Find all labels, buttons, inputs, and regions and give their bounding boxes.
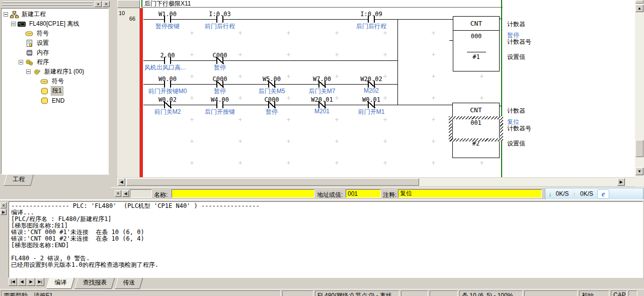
memory-icon — [25, 49, 34, 56]
contact-W5.00-cell[interactable] — [266, 77, 278, 92]
browser-e-icon[interactable]: e — [597, 189, 609, 199]
vscroll-thumb[interactable] — [635, 140, 643, 157]
project-tree: 新建工程FL480[CP1E] 离线符号设置内存程序新建程序1 (00)符号段1… — [1, 8, 109, 174]
scroll-up-button[interactable]: ▲ — [635, 5, 643, 12]
tree-panel-menu-button[interactable]: ▾ — [95, 1, 102, 7]
ladder-vscrollbar[interactable]: ▲ ▼ — [635, 0, 644, 187]
tab-project[interactable]: 工程 — [4, 175, 33, 186]
comment-input[interactable] — [398, 189, 542, 198]
contact-C000-cell[interactable] — [266, 97, 278, 112]
grid-mark — [480, 96, 484, 100]
grid-mark — [190, 96, 194, 100]
arrow-right-icon: ▶ — [29, 280, 32, 284]
contact-2.00-cell[interactable] — [162, 53, 174, 68]
tree-item-8[interactable]: 段1 — [2, 86, 108, 96]
output-tab-label: 传送 — [123, 278, 135, 287]
operand-bar-back-button[interactable]: ◀ — [122, 190, 129, 197]
operand-annotation: 计数器号 — [507, 124, 531, 133]
tree-expand-toggle[interactable] — [26, 69, 31, 74]
cnt-block-000[interactable]: CNT000#1 — [453, 16, 500, 71]
address-label: 地址或值: — [317, 191, 343, 199]
close-icon: ✕ — [116, 191, 120, 196]
tree-item-0[interactable]: 新建工程 — [2, 10, 108, 19]
address-input[interactable] — [346, 189, 381, 198]
comment-label: 注释: — [383, 191, 396, 199]
contact-W1.00-cell[interactable] — [162, 12, 174, 27]
output-close-button[interactable]: ✕ — [1, 202, 7, 208]
contact-W20.01-cell[interactable] — [316, 97, 328, 112]
grid-mark — [190, 53, 194, 56]
stub-wire — [449, 40, 453, 41]
tree-item-7[interactable]: 符号 — [2, 77, 108, 86]
tab-prev-button[interactable]: ◀ — [18, 278, 26, 286]
grid-mark — [383, 118, 387, 121]
operand-annotation: 计数器号 — [507, 38, 531, 46]
tree-item-9[interactable]: END — [2, 96, 108, 105]
tree-expand-toggle[interactable] — [19, 60, 23, 64]
scroll-right-button[interactable]: ▶ — [617, 178, 625, 186]
chevron-down-icon: ▾ — [97, 2, 99, 7]
output-tab-0[interactable]: 编译 — [46, 278, 74, 289]
tab-first-button[interactable]: |◀ — [9, 278, 17, 286]
name-input[interactable] — [172, 189, 314, 198]
tree-expand-toggle[interactable] — [11, 22, 16, 26]
cnt-divider — [467, 52, 486, 52]
contact-W0.02-cell[interactable] — [162, 97, 174, 112]
vscroll-split-box[interactable] — [635, 0, 643, 4]
contact-C000-cell[interactable] — [214, 77, 226, 92]
output-tab-1[interactable]: 查找报表 — [74, 278, 115, 289]
grid-mark — [238, 31, 242, 35]
arrow-left-icon: ◀ — [120, 180, 123, 184]
status-cell-empty — [430, 290, 458, 296]
cnt-set-value: #1 — [453, 53, 499, 60]
contact-C000-cell[interactable] — [214, 53, 226, 68]
tab-last-button[interactable]: ▶| — [36, 278, 44, 286]
tree-item-1[interactable]: FL480[CP1E] 离线 — [2, 19, 108, 29]
output-expand-button[interactable]: ▶ — [1, 209, 7, 215]
grid-mark — [432, 31, 435, 35]
tree-item-5[interactable]: 程序 — [2, 57, 108, 67]
tree-item-label: 新建程序1 (00) — [43, 67, 85, 76]
ladder-hscrollbar[interactable]: ◀ ▶ — [117, 178, 635, 186]
tree-panel-gripper[interactable]: ▾ ✕ — [1, 1, 110, 8]
hscroll-thumb[interactable] — [126, 178, 419, 186]
scroll-left-button[interactable]: ◀ — [118, 178, 125, 186]
contact-I:0.03-cell[interactable] — [214, 12, 226, 27]
scroll-down-button[interactable]: ▼ — [635, 168, 643, 175]
tree-item-6[interactable]: 新建程序1 (00) — [2, 67, 108, 77]
contact-I:0.09-cell[interactable] — [365, 12, 377, 27]
operand-bar-close-button[interactable]: ✕ — [115, 190, 121, 197]
stub-wire — [500, 19, 502, 19]
grid-mark — [287, 161, 290, 165]
grid-mark — [287, 139, 290, 143]
cnt-title: CNT — [453, 17, 499, 31]
output-tab-bar: |◀ ◀ ▶ ▶| 编译查找报表传送 — [9, 278, 643, 289]
tree-item-label: 设置 — [36, 39, 50, 47]
contact-W4.00-cell[interactable] — [214, 97, 226, 112]
arrow-right-icon: ▶ — [2, 210, 5, 214]
contact-W0.01-cell[interactable] — [365, 97, 377, 112]
project-network-icon — [10, 11, 19, 18]
cnt-counter-number: 000 — [453, 33, 499, 40]
operand-annotation: 设置值 — [507, 139, 525, 148]
tree-item-3[interactable]: 设置 — [2, 38, 108, 48]
tree-item-4[interactable]: 内存 — [2, 48, 108, 57]
grid-mark — [335, 53, 339, 56]
tab-next-button[interactable]: ▶ — [27, 278, 35, 286]
contact-W0.00-cell[interactable] — [162, 77, 174, 92]
download-arrow-icon: ↓ — [548, 190, 552, 198]
tree-panel-close-button[interactable]: ✕ — [103, 1, 110, 7]
output-tab-2[interactable]: 传送 — [115, 278, 143, 289]
grid-mark — [190, 75, 194, 78]
gripper-line — [2, 2, 93, 3]
rung-wire — [143, 60, 398, 61]
output-panel: ✕ ▶ ---------------- PLC: 'FL480' (PLC机型… — [0, 199, 644, 289]
tree-item-label: 符号 — [36, 29, 50, 38]
status-caps: CAP — [611, 290, 627, 296]
tree-item-2[interactable]: 符号 — [2, 29, 108, 38]
status-help: 需要帮助，请按F1 — [1, 290, 281, 296]
tree-tab-bar: 工程 — [1, 174, 110, 184]
contact-W20.02-cell[interactable] — [365, 77, 377, 92]
contact-W7.00-cell[interactable] — [316, 77, 328, 92]
tree-expand-toggle[interactable] — [4, 12, 8, 17]
